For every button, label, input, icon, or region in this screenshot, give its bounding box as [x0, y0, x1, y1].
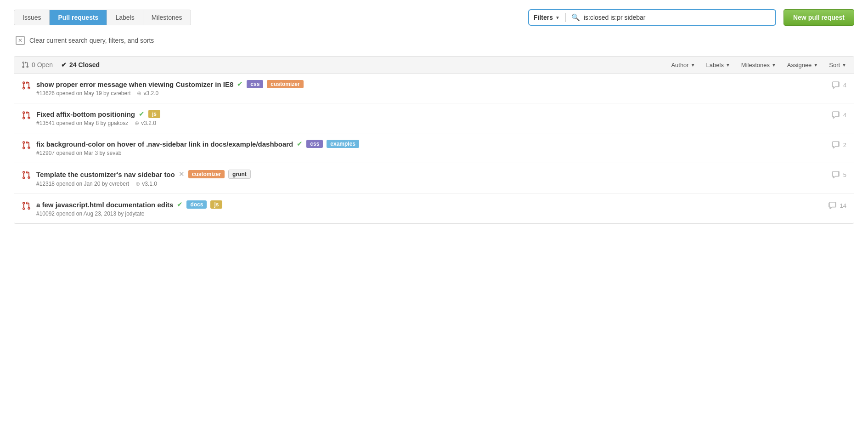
label-badge[interactable]: css [247, 80, 263, 88]
tab-pull-requests[interactable]: Pull requests [50, 10, 107, 25]
sort-filter[interactable]: Sort ▼ [829, 62, 846, 68]
search-icon: 🔍 [571, 13, 580, 22]
pr-title[interactable]: fix background-color on hover of .nav-si… [36, 140, 293, 148]
comment-bubble-icon [828, 201, 838, 210]
label-badge[interactable]: js [148, 110, 160, 118]
comment-count: 14 [840, 202, 846, 209]
pr-check-icon: ✔ [297, 140, 303, 148]
milestone-label: v3.2.0 [141, 120, 156, 126]
milestone-label: v3.2.0 [143, 90, 158, 97]
pr-content: fix background-color on hover of .nav-si… [36, 140, 825, 156]
label-badge[interactable]: customizer [267, 80, 303, 88]
pr-comments: 4 [831, 81, 846, 89]
pr-content: Template the customizer's nav sidebar to… [36, 170, 825, 187]
pr-comments: 5 [831, 171, 846, 179]
pr-title[interactable]: show proper error message when viewing C… [36, 80, 233, 88]
comment-count: 2 [843, 142, 846, 148]
top-bar: Issues Pull requests Labels Milestones F… [14, 9, 854, 26]
label-badge[interactable]: docs [186, 200, 207, 209]
assignee-chevron-icon: ▼ [813, 63, 818, 68]
closed-count[interactable]: ✔ 24 Closed [61, 61, 100, 68]
pr-title[interactable]: Template the customizer's nav sidebar to… [36, 171, 175, 178]
label-badge[interactable]: css [306, 140, 323, 148]
milestone: ⊕v3.2.0 [137, 90, 158, 97]
pr-meta: #12907 opened on Mar 3 by sevab [36, 150, 825, 156]
pr-check-icon: ✔ [177, 200, 183, 209]
pr-meta: #10092 opened on Aug 23, 2013 by jodytat… [36, 210, 822, 217]
clear-filter-bar: ✕ Clear current search query, filters, a… [14, 32, 854, 49]
closed-count-label: 24 Closed [69, 61, 100, 68]
milestone: ⊕v3.2.0 [135, 120, 156, 126]
tab-labels[interactable]: Labels [107, 10, 143, 25]
pr-x-icon: ✕ [179, 170, 185, 178]
pr-check-icon: ✔ [139, 110, 145, 118]
open-count-label: 0 Open [32, 61, 53, 68]
label-badge[interactable]: customizer [188, 170, 225, 178]
milestone-icon: ⊕ [137, 90, 141, 97]
milestone: ⊕v3.1.0 [135, 181, 157, 187]
closed-check-icon: ✔ [61, 61, 67, 68]
list-header-right: Author ▼ Labels ▼ Milestones ▼ Assignee … [671, 62, 846, 68]
comment-count: 4 [843, 82, 846, 89]
table-row: Template the customizer's nav sidebar to… [14, 163, 854, 194]
pr-title[interactable]: Fixed affix-bottom positioning [36, 110, 135, 118]
comment-bubble-icon [831, 111, 841, 119]
author-chevron-icon: ▼ [691, 63, 695, 68]
comment-count: 4 [843, 112, 846, 119]
pr-comments: 2 [831, 141, 846, 149]
labels-chevron-icon: ▼ [726, 63, 730, 68]
comment-bubble-icon [831, 141, 841, 149]
sort-label: Sort [829, 62, 840, 68]
pr-check-icon: ✔ [237, 80, 243, 88]
assignee-label: Assignee [787, 62, 812, 68]
search-input[interactable] [584, 14, 771, 21]
pr-open-icon [22, 61, 29, 68]
label-badge[interactable]: grunt [228, 170, 251, 179]
comment-count: 5 [843, 171, 846, 178]
list-header: 0 Open ✔ 24 Closed Author ▼ Labels ▼ Mil… [14, 57, 854, 74]
pr-status-icon [22, 171, 31, 181]
tab-milestones[interactable]: Milestones [143, 10, 191, 25]
pr-meta: #13541 opened on May 8 by gpakosz⊕v3.2.0 [36, 120, 825, 126]
milestones-filter[interactable]: Milestones ▼ [741, 62, 776, 68]
pr-list-container: 0 Open ✔ 24 Closed Author ▼ Labels ▼ Mil… [14, 56, 854, 224]
milestones-chevron-icon: ▼ [772, 63, 776, 68]
filters-label: Filters [534, 14, 553, 21]
pr-status-icon [22, 141, 31, 151]
filters-button[interactable]: Filters ▼ [534, 14, 560, 21]
pr-meta: #13626 opened on May 19 by cvrebert⊕v3.2… [36, 90, 825, 97]
clear-icon[interactable]: ✕ [16, 36, 25, 45]
pr-status-icon [22, 81, 31, 91]
pr-content: a few javascript.html documentation edit… [36, 200, 822, 217]
labels-filter[interactable]: Labels ▼ [706, 62, 730, 68]
table-row: fix background-color on hover of .nav-si… [14, 133, 854, 163]
milestones-label: Milestones [741, 62, 770, 68]
pr-meta: #12318 opened on Jan 20 by cvrebert⊕v3.1… [36, 181, 825, 187]
pr-status-icon [22, 201, 31, 212]
label-badge[interactable]: examples [327, 140, 359, 148]
list-header-left: 0 Open ✔ 24 Closed [22, 61, 100, 68]
open-count[interactable]: 0 Open [22, 61, 53, 68]
tab-issues[interactable]: Issues [14, 10, 50, 25]
pr-content: Fixed affix-bottom positioning✔js#13541 … [36, 110, 825, 126]
label-badge[interactable]: js [210, 200, 222, 209]
assignee-filter[interactable]: Assignee ▼ [787, 62, 818, 68]
milestone-icon: ⊕ [135, 181, 140, 187]
pr-status-icon [22, 111, 31, 121]
comment-bubble-icon [831, 171, 841, 179]
pr-comments: 14 [828, 201, 846, 210]
pr-comments: 4 [831, 111, 846, 119]
filters-chevron-icon: ▼ [555, 15, 560, 20]
author-filter[interactable]: Author ▼ [671, 62, 695, 68]
pr-content: show proper error message when viewing C… [36, 80, 825, 97]
table-row: a few javascript.html documentation edit… [14, 194, 854, 223]
sort-chevron-icon: ▼ [842, 63, 846, 68]
clear-filter-text: Clear current search query, filters, and… [29, 37, 154, 44]
table-row: Fixed affix-bottom positioning✔js#13541 … [14, 103, 854, 133]
search-divider [565, 13, 566, 22]
table-row: show proper error message when viewing C… [14, 74, 854, 103]
new-pull-request-button[interactable]: New pull request [783, 9, 854, 26]
author-label: Author [671, 62, 688, 68]
pr-rows: show proper error message when viewing C… [14, 74, 854, 223]
pr-title[interactable]: a few javascript.html documentation edit… [36, 201, 173, 209]
